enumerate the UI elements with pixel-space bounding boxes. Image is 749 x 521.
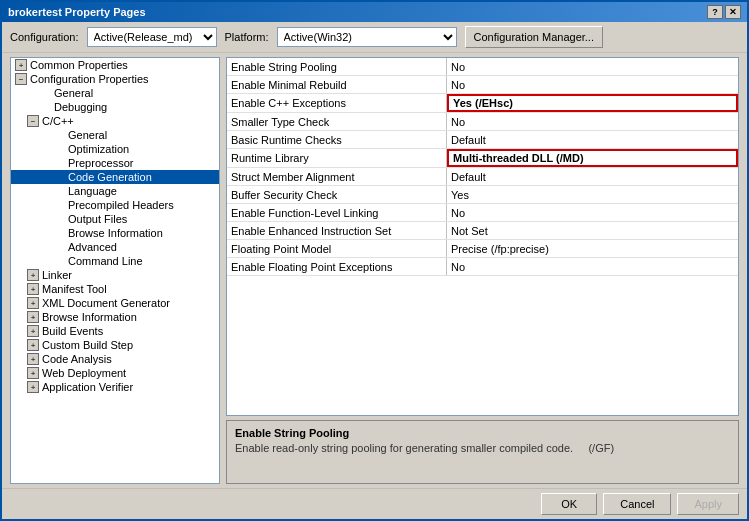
prop-name-cell: Enable Function-Level Linking xyxy=(227,204,447,221)
tree-item-code-analysis[interactable]: +Code Analysis xyxy=(11,352,219,366)
table-row[interactable]: Struct Member AlignmentDefault xyxy=(227,168,738,186)
properties-table: Enable String PoolingNoEnable Minimal Re… xyxy=(226,57,739,416)
tree-item-build-events[interactable]: +Build Events xyxy=(11,324,219,338)
prop-name-cell: Enable Floating Point Exceptions xyxy=(227,258,447,275)
tree-item-config-props[interactable]: −Configuration Properties xyxy=(11,72,219,86)
tree-item-app-verifier[interactable]: +Application Verifier xyxy=(11,380,219,394)
prop-name-cell: Enable C++ Exceptions xyxy=(227,94,447,112)
tree-item-browse-info[interactable]: Browse Information xyxy=(11,226,219,240)
tree-item-custom-build[interactable]: +Custom Build Step xyxy=(11,338,219,352)
tree-item-command-line[interactable]: Command Line xyxy=(11,254,219,268)
collapse-icon[interactable]: − xyxy=(27,115,39,127)
table-row[interactable]: Enable Function-Level LinkingNo xyxy=(227,204,738,222)
expand-icon[interactable]: + xyxy=(27,381,39,393)
prop-value-cell: No xyxy=(447,204,738,221)
tree-label: Debugging xyxy=(54,101,107,113)
main-area: +Common Properties−Configuration Propert… xyxy=(2,53,747,488)
table-row[interactable]: Basic Runtime ChecksDefault xyxy=(227,131,738,149)
tree-item-preprocessor[interactable]: Preprocessor xyxy=(11,156,219,170)
tree-item-output-files[interactable]: Output Files xyxy=(11,212,219,226)
prop-value-cell: Default xyxy=(447,168,738,185)
tree-label: Code Analysis xyxy=(42,353,112,365)
expand-icon[interactable]: + xyxy=(27,339,39,351)
left-panel: +Common Properties−Configuration Propert… xyxy=(10,57,220,484)
cancel-button[interactable]: Cancel xyxy=(603,493,671,515)
tree-item-web-deployment[interactable]: +Web Deployment xyxy=(11,366,219,380)
expand-icon[interactable]: + xyxy=(27,311,39,323)
prop-value-cell: Default xyxy=(447,131,738,148)
apply-button[interactable]: Apply xyxy=(677,493,739,515)
tree-item-linker[interactable]: +Linker xyxy=(11,268,219,282)
tree-label: Output Files xyxy=(68,213,127,225)
table-row[interactable]: Enable Enhanced Instruction SetNot Set xyxy=(227,222,738,240)
expand-icon[interactable]: + xyxy=(27,283,39,295)
table-row[interactable]: Smaller Type CheckNo xyxy=(227,113,738,131)
table-row[interactable]: Floating Point ModelPrecise (/fp:precise… xyxy=(227,240,738,258)
main-window: brokertest Property Pages ? ✕ Configurat… xyxy=(0,0,749,521)
tree-label: Build Events xyxy=(42,325,103,337)
tree-item-common-props[interactable]: +Common Properties xyxy=(11,58,219,72)
description-flag: (/GF) xyxy=(588,442,614,454)
table-row[interactable]: Enable Floating Point ExceptionsNo xyxy=(227,258,738,276)
prop-value-cell: No xyxy=(447,113,738,130)
prop-name-cell: Runtime Library xyxy=(227,149,447,167)
tree-label: Precompiled Headers xyxy=(68,199,174,211)
table-row[interactable]: Enable String PoolingNo xyxy=(227,58,738,76)
title-bar: brokertest Property Pages ? ✕ xyxy=(2,2,747,22)
tree-item-optimization[interactable]: Optimization xyxy=(11,142,219,156)
tree-label: Manifest Tool xyxy=(42,283,107,295)
prop-name-cell: Enable Enhanced Instruction Set xyxy=(227,222,447,239)
tree-item-cpp-group[interactable]: −C/C++ xyxy=(11,114,219,128)
tree-label: XML Document Generator xyxy=(42,297,170,309)
close-button[interactable]: ✕ xyxy=(725,5,741,19)
window-title: brokertest Property Pages xyxy=(8,6,146,18)
expand-icon[interactable]: + xyxy=(27,353,39,365)
table-row[interactable]: Buffer Security CheckYes xyxy=(227,186,738,204)
ok-button[interactable]: OK xyxy=(541,493,597,515)
tree-item-cpp-general[interactable]: General xyxy=(11,128,219,142)
table-row[interactable]: Enable C++ ExceptionsYes (/EHsc) xyxy=(227,94,738,113)
tree-label: Advanced xyxy=(68,241,117,253)
tree-label: Preprocessor xyxy=(68,157,133,169)
expand-icon[interactable]: + xyxy=(15,59,27,71)
description-main-text: Enable read-only string pooling for gene… xyxy=(235,442,573,454)
config-label: Configuration: xyxy=(10,31,79,43)
prop-name-cell: Enable String Pooling xyxy=(227,58,447,75)
tree-label: Linker xyxy=(42,269,72,281)
prop-name-cell: Buffer Security Check xyxy=(227,186,447,203)
tree-item-precompiled-headers[interactable]: Precompiled Headers xyxy=(11,198,219,212)
prop-value-cell: No xyxy=(447,58,738,75)
prop-value-cell: No xyxy=(447,258,738,275)
expand-icon[interactable]: + xyxy=(27,367,39,379)
tree-label: C/C++ xyxy=(42,115,74,127)
prop-name-cell: Enable Minimal Rebuild xyxy=(227,76,447,93)
tree-label: Browse Information xyxy=(42,311,137,323)
tree-label: Application Verifier xyxy=(42,381,133,393)
prop-value-cell: Precise (/fp:precise) xyxy=(447,240,738,257)
expand-icon[interactable]: + xyxy=(27,325,39,337)
expand-icon[interactable]: + xyxy=(27,297,39,309)
expand-icon[interactable]: + xyxy=(27,269,39,281)
config-manager-button[interactable]: Configuration Manager... xyxy=(465,26,603,48)
tree-item-code-generation[interactable]: Code Generation xyxy=(11,170,219,184)
description-box: Enable String Pooling Enable read-only s… xyxy=(226,420,739,484)
collapse-icon[interactable]: − xyxy=(15,73,27,85)
prop-value-cell: Not Set xyxy=(447,222,738,239)
table-row[interactable]: Enable Minimal RebuildNo xyxy=(227,76,738,94)
tree-item-browse-info2[interactable]: +Browse Information xyxy=(11,310,219,324)
tree-item-general[interactable]: General xyxy=(11,86,219,100)
tree-item-language[interactable]: Language xyxy=(11,184,219,198)
tree-item-xml-document[interactable]: +XML Document Generator xyxy=(11,296,219,310)
right-panel: Enable String PoolingNoEnable Minimal Re… xyxy=(226,57,739,484)
table-row[interactable]: Runtime LibraryMulti-threaded DLL (/MD) xyxy=(227,149,738,168)
tree-item-manifest-tool[interactable]: +Manifest Tool xyxy=(11,282,219,296)
tree-label: Command Line xyxy=(68,255,143,267)
platform-select[interactable]: Active(Win32) xyxy=(277,27,457,47)
tree-item-advanced[interactable]: Advanced xyxy=(11,240,219,254)
prop-name-cell: Floating Point Model xyxy=(227,240,447,257)
config-select[interactable]: Active(Release_md) xyxy=(87,27,217,47)
tree-item-debugging[interactable]: Debugging xyxy=(11,100,219,114)
prop-value-cell: Yes (/EHsc) xyxy=(447,94,738,112)
prop-name-cell: Smaller Type Check xyxy=(227,113,447,130)
help-button[interactable]: ? xyxy=(707,5,723,19)
